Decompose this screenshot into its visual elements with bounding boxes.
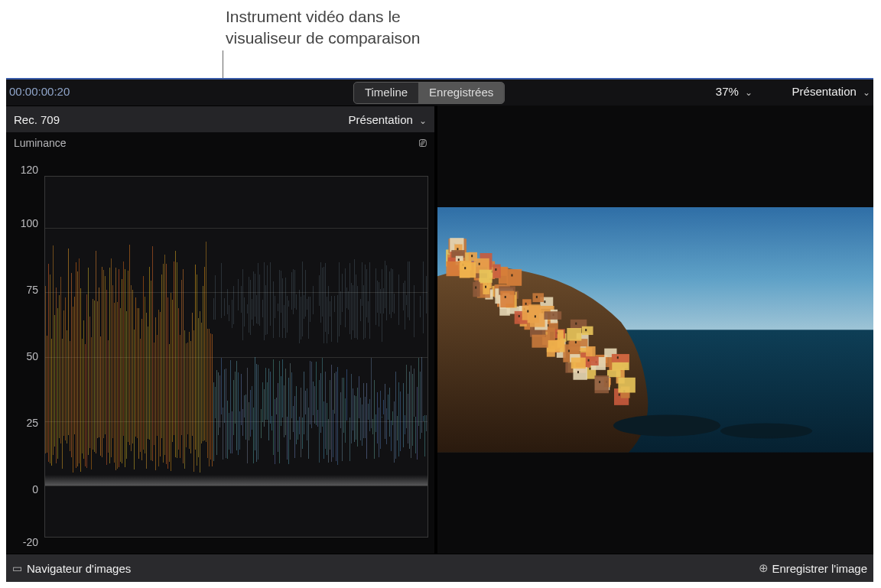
waveform-trace [239,411,240,450]
waveform-trace [409,372,410,449]
chevron-down-icon: ⌄ [745,87,753,98]
waveform-trace [414,285,414,337]
waveform-trace [389,271,390,314]
waveform-trace [360,299,361,321]
svg-rect-18 [525,303,527,305]
save-frame-label: Enregistrer l'image [772,562,867,575]
svg-rect-163 [547,340,565,352]
svg-rect-158 [485,286,486,288]
waveform-trace [421,357,422,432]
waveform-trace [206,242,206,442]
waveform-trace [226,369,226,458]
waveform-trace [282,359,283,417]
waveform-trace [123,262,124,436]
waveform-trace [238,279,239,310]
waveform-trace [311,362,312,428]
waveform-trace [215,275,216,320]
waveform-trace [372,419,373,435]
scope-panel: Rec. 709 Présentation ⌄ Luminance ⎚ -200… [6,106,434,554]
waveform-trace [79,258,80,463]
waveform-trace [406,295,407,305]
waveform-trace [386,408,387,444]
waveform-trace [297,421,298,440]
waveform-trace [201,323,202,443]
waveform-trace [420,372,421,438]
waveform-trace [320,262,321,323]
waveform-trace [93,299,93,450]
waveform-trace [310,361,310,424]
waveform-trace [141,319,142,460]
svg-rect-143 [458,258,460,261]
comparison-bottombar: ▭ Navigateur d'images ⊕ Enregistrer l'im… [6,554,873,582]
waveform-trace [308,408,309,459]
scope-type-icon[interactable]: ⎚ [419,136,427,150]
waveform-trace [426,276,427,313]
waveform-trace [391,421,392,450]
frames-icon: ▭ [12,562,22,574]
waveform-trace [51,339,52,466]
waveform-trace [360,398,361,440]
waveform-trace [356,275,356,338]
waveform-trace [105,276,106,434]
waveform-trace [146,313,147,469]
svg-rect-116 [457,248,458,250]
svg-rect-123 [532,294,544,303]
waveform-trace [375,414,376,432]
waveform-trace [270,262,271,326]
waveform-trace [382,269,382,342]
tab-timeline[interactable]: Timeline [354,83,418,103]
waveform-trace [271,416,272,430]
waveform-trace [319,380,320,463]
colorspace-chip[interactable]: Rec. 709 [14,113,60,126]
waveform-trace [339,262,340,336]
waveform-trace [219,375,220,427]
waveform-trace [348,291,349,310]
waveform-trace [389,388,390,437]
presentation-dropdown-scope[interactable]: Présentation ⌄ [349,113,427,126]
waveform-trace [198,318,199,457]
chevron-down-icon: ⌄ [419,115,427,126]
waveform-trace [265,368,266,420]
waveform-trace [331,296,332,342]
waveform-trace [229,305,229,321]
waveform-trace [354,259,355,337]
waveform-trace [184,330,185,469]
y-tick-label: 100 [21,217,38,229]
waveform-trace [221,263,222,319]
waveform-trace [412,374,413,446]
svg-rect-131 [577,371,579,373]
waveform-trace [57,308,58,460]
zoom-dropdown[interactable]: 37% ⌄ [716,85,753,98]
y-tick-label: 50 [26,350,38,362]
frame-browser-button[interactable]: ▭ Navigateur d'images [12,562,131,575]
waveform-trace [174,262,174,435]
svg-rect-171 [567,328,581,341]
scope-mode-label: Luminance [14,137,67,149]
waveform-trace [337,367,338,464]
waveform-trace [275,399,275,464]
waveform-trace [391,268,392,318]
presentation-dropdown-top[interactable]: Présentation ⌄ [792,85,870,98]
waveform-trace [256,364,257,462]
waveform-trace [97,301,98,438]
video-frame-preview [437,207,873,453]
svg-rect-33 [544,300,545,303]
waveform-trace [405,415,405,435]
save-frame-button[interactable]: ⊕ Enregistrer l'image [759,561,867,575]
waveform-trace [111,258,112,457]
waveform-trace [337,295,338,343]
waveform-trace [85,344,86,466]
waveform-trace [233,380,234,435]
tab-enregistrees[interactable]: Enregistrées [418,83,504,103]
waveform-trace [278,304,278,310]
waveform-trace [262,300,263,317]
waveform-trace [397,416,398,440]
waveform-trace [215,387,216,418]
waveform-trace [233,286,234,324]
waveform-trace [172,300,173,442]
waveform-trace [270,372,271,423]
scope-y-axis: -200255075100120 [12,171,41,544]
waveform-trace [342,378,343,461]
waveform-trace [346,288,347,308]
waveform-trace [276,398,277,414]
